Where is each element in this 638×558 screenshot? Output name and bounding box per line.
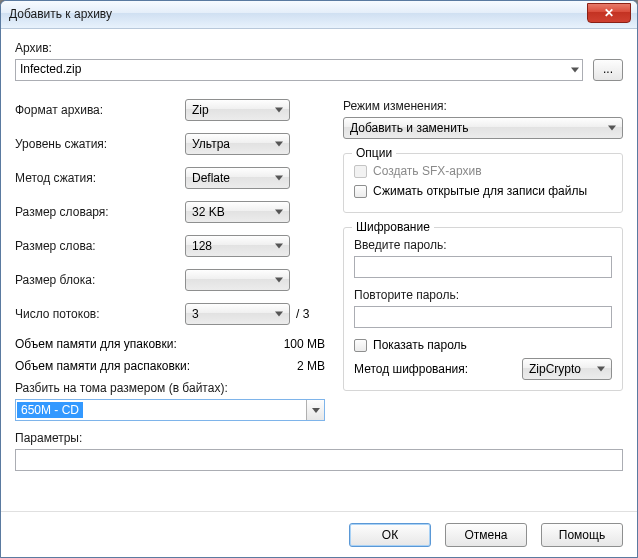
threads-select[interactable]: 3 bbox=[185, 303, 290, 325]
level-select[interactable]: Ультра bbox=[185, 133, 290, 155]
format-select[interactable]: Zip bbox=[185, 99, 290, 121]
chevron-down-icon bbox=[275, 142, 283, 147]
chevron-down-icon bbox=[608, 126, 616, 131]
encryption-group: Шифрование Введите пароль: Повторите пар… bbox=[343, 227, 623, 391]
sfx-label: Создать SFX-архив bbox=[373, 164, 482, 178]
sfx-checkbox bbox=[354, 165, 367, 178]
chevron-down-icon bbox=[275, 210, 283, 215]
word-select[interactable]: 128 bbox=[185, 235, 290, 257]
password-label: Введите пароль: bbox=[354, 238, 612, 252]
left-column: Формат архива: Zip Уровень сжатия: Ультр… bbox=[15, 99, 325, 421]
volumes-dropdown-button[interactable] bbox=[306, 400, 324, 420]
mode-value: Добавить и заменить bbox=[350, 121, 469, 135]
ok-button[interactable]: ОК bbox=[349, 523, 431, 547]
block-select[interactable] bbox=[185, 269, 290, 291]
volumes-value: 650M - CD bbox=[17, 402, 83, 418]
chevron-down-icon bbox=[275, 108, 283, 113]
dict-select[interactable]: 32 KB bbox=[185, 201, 290, 223]
compress-open-label: Сжимать открытые для записи файлы bbox=[373, 184, 587, 198]
chevron-down-icon bbox=[275, 278, 283, 283]
dialog-footer: ОК Отмена Помощь bbox=[1, 511, 637, 557]
params-label: Параметры: bbox=[15, 431, 623, 445]
browse-button[interactable]: ... bbox=[593, 59, 623, 81]
threads-value: 3 bbox=[192, 307, 199, 321]
show-password-label: Показать пароль bbox=[373, 338, 467, 352]
cancel-button[interactable]: Отмена bbox=[445, 523, 527, 547]
archive-input[interactable]: Infected.zip bbox=[15, 59, 583, 81]
password2-label: Повторите пароль: bbox=[354, 288, 612, 302]
update-mode-select[interactable]: Добавить и заменить bbox=[343, 117, 623, 139]
archive-label: Архив: bbox=[15, 41, 623, 55]
titlebar: Добавить к архиву ✕ bbox=[1, 1, 637, 29]
archive-row: Infected.zip ... bbox=[15, 59, 623, 81]
mem-unpack-label: Объем памяти для распаковки: bbox=[15, 359, 190, 373]
chevron-down-icon bbox=[312, 408, 320, 413]
mem-pack-label: Объем памяти для упаковки: bbox=[15, 337, 177, 351]
word-label: Размер слова: bbox=[15, 239, 185, 253]
client-area: Архив: Infected.zip ... Формат архива: Z… bbox=[7, 35, 631, 511]
chevron-down-icon bbox=[571, 68, 579, 73]
enc-method-select[interactable]: ZipCrypto bbox=[522, 358, 612, 380]
chevron-down-icon bbox=[275, 312, 283, 317]
mem-pack-value: 100 MB bbox=[284, 337, 325, 351]
columns: Формат архива: Zip Уровень сжатия: Ультр… bbox=[15, 99, 623, 421]
block-label: Размер блока: bbox=[15, 273, 185, 287]
options-legend: Опции bbox=[352, 146, 396, 160]
method-value: Deflate bbox=[192, 171, 230, 185]
help-button[interactable]: Помощь bbox=[541, 523, 623, 547]
close-button[interactable]: ✕ bbox=[587, 3, 631, 23]
options-group: Опции Создать SFX-архив Сжимать открытые… bbox=[343, 153, 623, 213]
mode-label: Режим изменения: bbox=[343, 99, 623, 113]
password-input[interactable] bbox=[354, 256, 612, 278]
close-icon: ✕ bbox=[604, 6, 614, 20]
format-value: Zip bbox=[192, 103, 209, 117]
threads-label: Число потоков: bbox=[15, 307, 185, 321]
volumes-label: Разбить на тома размером (в байтах): bbox=[15, 381, 325, 395]
password2-input[interactable] bbox=[354, 306, 612, 328]
encryption-legend: Шифрование bbox=[352, 220, 434, 234]
method-select[interactable]: Deflate bbox=[185, 167, 290, 189]
enc-method-label: Метод шифрования: bbox=[354, 362, 522, 376]
dict-label: Размер словаря: bbox=[15, 205, 185, 219]
threads-max: / 3 bbox=[296, 307, 309, 321]
word-value: 128 bbox=[192, 239, 212, 253]
add-to-archive-dialog: Добавить к архиву ✕ Архив: Infected.zip … bbox=[0, 0, 638, 558]
params-input[interactable] bbox=[15, 449, 623, 471]
compress-open-checkbox[interactable] bbox=[354, 185, 367, 198]
window-title: Добавить к архиву bbox=[9, 7, 112, 21]
dict-value: 32 KB bbox=[192, 205, 225, 219]
chevron-down-icon bbox=[597, 367, 605, 372]
chevron-down-icon bbox=[275, 244, 283, 249]
enc-method-value: ZipCrypto bbox=[529, 362, 581, 376]
show-password-checkbox[interactable] bbox=[354, 339, 367, 352]
volumes-combo[interactable]: 650M - CD bbox=[15, 399, 325, 421]
format-label: Формат архива: bbox=[15, 103, 185, 117]
level-label: Уровень сжатия: bbox=[15, 137, 185, 151]
right-column: Режим изменения: Добавить и заменить Опц… bbox=[343, 99, 623, 421]
method-label: Метод сжатия: bbox=[15, 171, 185, 185]
chevron-down-icon bbox=[275, 176, 283, 181]
archive-combo[interactable]: Infected.zip bbox=[15, 59, 583, 81]
level-value: Ультра bbox=[192, 137, 230, 151]
mem-unpack-value: 2 MB bbox=[297, 359, 325, 373]
